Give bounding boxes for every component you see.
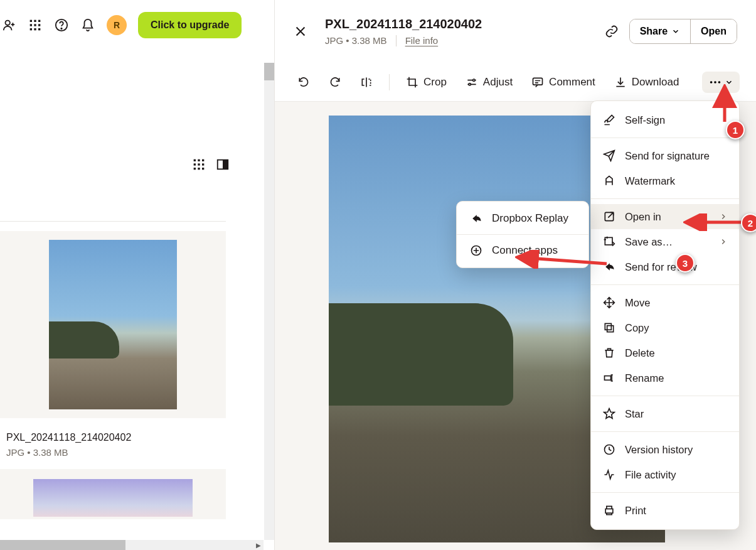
thumbnail (33, 479, 193, 517)
flip-icon[interactable] (354, 72, 379, 92)
view-toggle (191, 157, 230, 172)
open-in-submenu: Dropbox Replay Connect apps (456, 201, 589, 268)
menu-rename[interactable]: Rename (591, 365, 739, 391)
menu-star[interactable]: Star (591, 401, 739, 426)
file-card[interactable] (0, 231, 226, 418)
download-label: Download (632, 76, 679, 89)
grid-view-icon[interactable] (191, 157, 206, 172)
vertical-scrollbar[interactable] (264, 63, 274, 540)
comment-button[interactable]: Comment (525, 72, 602, 92)
header-actions: Share Open (604, 19, 737, 44)
submenu-dropbox-replay[interactable]: Dropbox Replay (457, 204, 588, 233)
horizontal-scrollbar[interactable]: ▶ (0, 540, 264, 550)
svg-point-24 (469, 83, 471, 85)
chevron-down-icon (671, 27, 680, 36)
svg-rect-25 (533, 78, 543, 85)
print-icon (602, 504, 616, 517)
divider (591, 138, 739, 138)
svg-point-27 (714, 81, 716, 84)
annotation-badge-2: 2 (741, 213, 756, 232)
invite-person-icon[interactable] (1, 18, 16, 33)
chevron-right-icon (719, 212, 728, 221)
svg-point-28 (718, 81, 721, 84)
menu-label: Copy (625, 322, 649, 334)
menu-version-history[interactable]: Version history (591, 437, 739, 462)
chevron-down-icon (725, 78, 733, 87)
svg-point-0 (6, 21, 10, 25)
adjust-label: Adjust (483, 76, 513, 89)
menu-move[interactable]: Move (591, 290, 739, 315)
file-info-block: PXL_20241118_214020402 JPG • 3.38 MB (0, 432, 226, 458)
menu-open-in[interactable]: Open in (591, 204, 739, 229)
crop-icon (406, 76, 418, 89)
rotate-right-icon[interactable] (322, 72, 348, 92)
crop-button[interactable]: Crop (400, 72, 453, 92)
menu-label: Move (625, 297, 650, 309)
file-info-link[interactable]: File info (405, 35, 439, 46)
trash-icon (602, 346, 616, 360)
menu-label: Open in (625, 211, 661, 223)
share-button-group: Share Open (629, 19, 737, 44)
svg-point-23 (473, 79, 475, 81)
scrollbar-thumb[interactable] (0, 540, 125, 550)
file-meta: JPG • 3.38 MB (6, 447, 220, 458)
divider (591, 284, 739, 285)
preview-title: PXL_20241118_214020402 (325, 17, 590, 31)
help-icon[interactable] (54, 18, 69, 33)
adjust-button[interactable]: Adjust (459, 72, 519, 92)
chevron-right-icon (719, 237, 728, 246)
copy-link-icon[interactable] (604, 24, 619, 39)
scroll-right-arrow[interactable]: ▶ (253, 540, 264, 550)
svg-rect-4 (30, 24, 32, 26)
upgrade-button[interactable]: Click to upgrade (138, 12, 242, 38)
svg-rect-17 (202, 163, 204, 165)
svg-rect-30 (605, 237, 612, 245)
menu-copy[interactable]: Copy (591, 315, 739, 340)
svg-rect-14 (202, 159, 204, 161)
sliders-icon (466, 76, 478, 89)
file-card[interactable] (0, 469, 226, 519)
history-icon (602, 443, 616, 456)
menu-watermark[interactable]: Watermark (591, 168, 739, 193)
menu-send-signature[interactable]: Send for signature (591, 143, 739, 168)
avatar[interactable]: R (107, 15, 127, 35)
apps-grid-icon[interactable] (28, 18, 43, 33)
open-button[interactable]: Open (690, 19, 737, 43)
rotate-left-icon[interactable] (291, 72, 316, 92)
svg-rect-35 (605, 509, 613, 514)
comment-icon (531, 76, 544, 89)
menu-label: Self-sign (625, 114, 665, 126)
separator (389, 74, 390, 90)
close-icon[interactable] (294, 24, 311, 38)
menu-print[interactable]: Print (591, 498, 739, 523)
svg-rect-3 (38, 20, 40, 22)
menu-delete[interactable]: Delete (591, 340, 739, 365)
submenu-label: Connect apps (492, 244, 558, 257)
watermark-icon (602, 174, 616, 188)
download-button[interactable]: Download (608, 72, 686, 92)
submenu-connect-apps[interactable]: Connect apps (457, 236, 588, 265)
svg-point-26 (710, 81, 713, 84)
svg-rect-31 (607, 326, 614, 332)
more-actions-button[interactable] (702, 72, 740, 93)
menu-send-review[interactable]: Send for review (591, 254, 739, 279)
rename-icon (602, 371, 616, 385)
menu-save-as[interactable]: Save as… (591, 229, 739, 254)
menu-file-activity[interactable]: File activity (591, 462, 739, 487)
panel-view-icon[interactable] (215, 157, 230, 172)
menu-label: Watermark (625, 175, 675, 187)
annotation-badge-3: 3 (676, 254, 695, 272)
bell-icon[interactable] (80, 18, 95, 33)
svg-rect-6 (38, 24, 40, 26)
svg-point-11 (61, 28, 61, 29)
divider (591, 396, 739, 396)
move-icon (602, 296, 616, 310)
open-external-icon (602, 210, 616, 224)
menu-label: Version history (625, 444, 693, 456)
left-pane: R Click to upgrade PXL_20241118_21402040… (0, 0, 275, 550)
toolbar: Crop Adjust Comment Download (275, 63, 756, 102)
scrollbar-thumb[interactable] (264, 63, 274, 80)
share-button[interactable]: Share (630, 19, 690, 43)
svg-rect-32 (605, 323, 611, 330)
menu-self-sign[interactable]: Self-sign (591, 107, 739, 132)
